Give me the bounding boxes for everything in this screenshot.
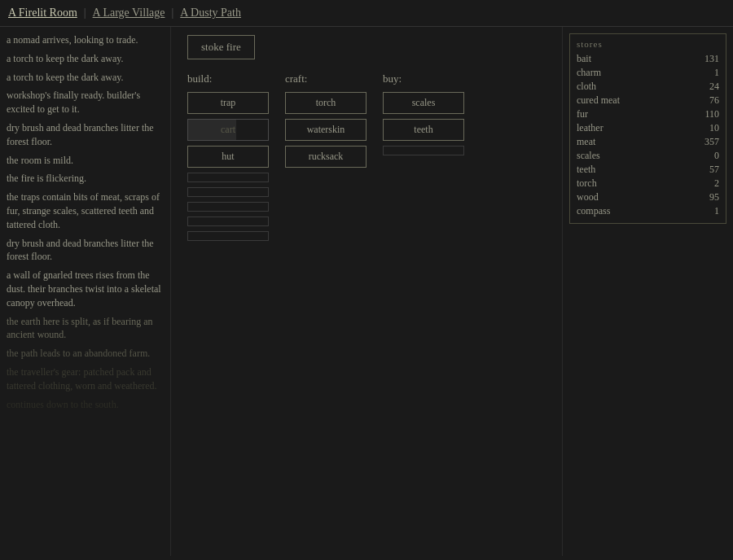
list-item: dry brush and dead branches litter the f… [7,237,164,265]
scales-button[interactable]: scales [383,92,464,114]
build-label: build: [187,72,269,85]
store-row-compass: compass 1 [577,204,719,218]
log-panel: a nomad arrives, looking to trade. a tor… [0,27,171,556]
list-item: a torch to keep the dark away. [7,52,164,66]
nav-separator-2: | [171,7,173,20]
nav-bar: A Firelit Room | A Large Village | A Dus… [0,0,733,27]
store-row-bait: bait 131 [577,52,719,66]
center-panel: stoke fire build: trap cart hut craft: [171,27,562,556]
list-item: a nomad arrives, looking to trade. [7,33,164,47]
craft-label: craft: [285,72,366,85]
store-row-wood: wood 95 [577,190,719,204]
list-item: a torch to keep the dark away. [7,71,164,85]
store-row-torch: torch 2 [577,177,719,190]
stores-box: stores bait 131 charm 1 cloth 24 cured m… [569,33,726,224]
list-item: the traps contain bits of meat, scraps o… [7,190,164,231]
store-row-meat: meat 357 [577,135,719,149]
store-row-teeth: teeth 57 [577,163,719,177]
store-row-cured-meat: cured meat 76 [577,94,719,107]
store-row-leather: leather 10 [577,121,719,135]
stoke-fire-button[interactable]: stoke fire [187,35,255,59]
list-item: the traveller's gear: patched pack and t… [7,365,164,393]
stores-panel: stores bait 131 charm 1 cloth 24 cured m… [562,27,733,556]
cart-button[interactable]: cart [187,119,269,141]
list-item: continues down to the south. [7,398,164,412]
trap-button[interactable]: trap [187,92,269,114]
list-item: dry brush and dead branches litter the f… [7,121,164,149]
tab-firelit-room[interactable]: A Firelit Room [8,7,77,20]
actions-row: build: trap cart hut craft: torch waters… [187,72,546,241]
build-slot-4 [187,173,269,182]
build-slot-8 [187,231,269,241]
list-item: a wall of gnarled trees rises from the d… [7,269,164,309]
build-slot-6 [187,202,269,212]
stores-title: stores [577,39,719,49]
nav-separator-1: | [84,7,86,20]
list-item: the earth here is split, as if bearing a… [7,315,164,343]
tab-dusty-path[interactable]: A Dusty Path [180,7,241,20]
build-slot-7 [187,217,269,226]
list-item: the fire is flickering. [7,172,164,186]
rucksack-button[interactable]: rucksack [285,146,366,168]
store-row-cloth: cloth 24 [577,80,719,94]
main-layout: a nomad arrives, looking to trade. a tor… [0,27,733,556]
craft-section: craft: torch waterskin rucksack [285,72,366,168]
tab-large-village[interactable]: A Large Village [93,7,165,20]
build-section: build: trap cart hut [187,72,269,241]
buy-label: buy: [383,72,464,85]
list-item: the path leads to an abandoned farm. [7,347,164,361]
hut-button[interactable]: hut [187,146,269,168]
store-row-scales: scales 0 [577,149,719,163]
buy-section: buy: scales teeth [383,72,464,155]
list-item: the room is mild. [7,154,164,168]
build-slot-5 [187,187,269,197]
store-row-fur: fur 110 [577,107,719,121]
torch-button[interactable]: torch [285,92,366,114]
waterskin-button[interactable]: waterskin [285,119,366,141]
teeth-button[interactable]: teeth [383,119,464,141]
buy-slot-3 [383,146,464,155]
store-row-charm: charm 1 [577,66,719,80]
list-item: workshop's finally ready. builder's exci… [7,89,164,116]
